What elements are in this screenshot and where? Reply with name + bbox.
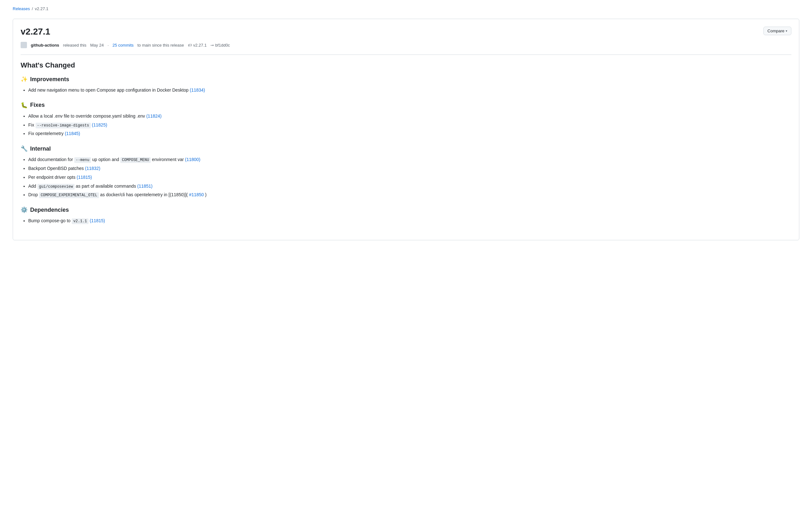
item-link[interactable]: (11834) bbox=[190, 88, 205, 93]
release-date: May 24 bbox=[90, 43, 104, 47]
item-link[interactable]: (11851) bbox=[137, 184, 153, 189]
fixes-list: Allow a local .env file to override comp… bbox=[21, 113, 791, 138]
item-text: Backport OpenBSD patches bbox=[28, 166, 85, 171]
item-text-2: as docker/cli has opentelemetry in [(118… bbox=[100, 192, 188, 197]
compare-button-label: Compare bbox=[768, 28, 784, 33]
releases-link[interactable]: Releases bbox=[13, 6, 30, 11]
item-text: Add bbox=[28, 184, 37, 189]
item-link[interactable]: (11832) bbox=[85, 166, 100, 171]
whats-changed-title: What's Changed bbox=[21, 61, 791, 69]
release-title: v2.27.1 bbox=[21, 27, 50, 37]
commits-separator: · bbox=[108, 43, 109, 47]
section-improvements: ✨ Improvements Add new navigation menu t… bbox=[21, 76, 791, 94]
commits-link[interactable]: 25 commits bbox=[113, 43, 134, 47]
fixes-icon: 🐛 bbox=[21, 102, 28, 109]
dependencies-label: Dependencies bbox=[30, 207, 69, 213]
item-link[interactable]: (11845) bbox=[65, 131, 80, 136]
dependencies-icon: ⚙️ bbox=[21, 206, 28, 213]
list-item: Allow a local .env file to override comp… bbox=[28, 113, 791, 120]
item-text-3: environment var bbox=[152, 157, 185, 162]
internal-label: Internal bbox=[30, 146, 51, 152]
release-body: What's Changed ✨ Improvements Add new na… bbox=[21, 61, 791, 225]
item-text: Per endpoint driver opts bbox=[28, 175, 77, 180]
item-link[interactable]: (11800) bbox=[185, 157, 200, 162]
compare-button[interactable]: Compare ▾ bbox=[764, 27, 791, 35]
section-improvements-title: ✨ Improvements bbox=[21, 76, 791, 83]
item-link[interactable]: (11815) bbox=[90, 218, 105, 223]
actor-name: github-actions bbox=[31, 43, 60, 47]
internal-icon: 🔧 bbox=[21, 145, 28, 152]
list-item: Backport OpenBSD patches (11832) bbox=[28, 165, 791, 172]
item-link[interactable]: (11824) bbox=[146, 114, 161, 119]
list-item: Drop COMPOSE_EXPERIMENTAL_OTEL as docker… bbox=[28, 191, 791, 199]
section-dependencies-title: ⚙️ Dependencies bbox=[21, 206, 791, 213]
internal-list: Add documentation for --menu up option a… bbox=[21, 156, 791, 199]
commits-suffix: to main since this release bbox=[137, 43, 184, 47]
item-text: Allow a local .env file to override comp… bbox=[28, 114, 146, 119]
commit-icon: ⊸ bbox=[210, 43, 214, 47]
item-text: Fix bbox=[28, 122, 35, 128]
tag-meta: 🏷 v2.27.1 bbox=[188, 43, 207, 47]
commit-meta: ⊸ bf1dd0c bbox=[210, 43, 230, 47]
fixes-label: Fixes bbox=[30, 102, 45, 109]
compare-dropdown-arrow-icon: ▾ bbox=[786, 29, 787, 33]
item-text: Fix opentelemetry bbox=[28, 131, 65, 136]
item-text-3: ) bbox=[205, 192, 207, 197]
dependencies-list: Bump compose-go to v2.1.1 (11815) bbox=[21, 217, 791, 225]
section-internal-title: 🔧 Internal bbox=[21, 145, 791, 152]
improvements-icon: ✨ bbox=[21, 76, 28, 83]
section-divider bbox=[21, 54, 791, 55]
item-code: COMPOSE_EXPERIMENTAL_OTEL bbox=[39, 192, 99, 198]
item-code-2: COMPOSE_MENU bbox=[120, 157, 151, 163]
avatar bbox=[21, 42, 27, 48]
item-text: Add documentation for bbox=[28, 157, 74, 162]
release-header: v2.27.1 Compare ▾ bbox=[21, 27, 791, 37]
item-code: --resolve-image-digests bbox=[35, 123, 91, 128]
list-item: Add gui/composeview as part of available… bbox=[28, 183, 791, 190]
commit-value: bf1dd0c bbox=[215, 43, 230, 47]
release-meta: github-actions released this May 24 · 25… bbox=[21, 42, 791, 48]
tag-icon: 🏷 bbox=[188, 43, 192, 47]
section-internal: 🔧 Internal Add documentation for --menu … bbox=[21, 145, 791, 199]
list-item: Add documentation for --menu up option a… bbox=[28, 156, 791, 164]
item-text: Drop bbox=[28, 192, 39, 197]
tag-value: v2.27.1 bbox=[193, 43, 207, 47]
list-item: Add new navigation menu to open Compose … bbox=[28, 87, 791, 94]
section-dependencies: ⚙️ Dependencies Bump compose-go to v2.1.… bbox=[21, 206, 791, 225]
release-action: released this bbox=[63, 43, 87, 47]
item-text: Add new navigation menu to open Compose … bbox=[28, 88, 190, 93]
item-link[interactable]: (11815) bbox=[77, 175, 92, 180]
item-link[interactable]: #11850 bbox=[189, 192, 204, 197]
list-item: Fix opentelemetry (11845) bbox=[28, 130, 791, 138]
breadcrumb-separator: / bbox=[32, 6, 33, 11]
breadcrumb: Releases / v2.27.1 bbox=[13, 6, 799, 11]
item-text: Bump compose-go to bbox=[28, 218, 72, 223]
list-item: Per endpoint driver opts (11815) bbox=[28, 174, 791, 181]
improvements-list: Add new navigation menu to open Compose … bbox=[21, 87, 791, 94]
item-link[interactable]: (11825) bbox=[92, 122, 107, 128]
item-text-2: as part of available commands bbox=[76, 184, 137, 189]
section-fixes-title: 🐛 Fixes bbox=[21, 102, 791, 109]
breadcrumb-current: v2.27.1 bbox=[35, 6, 48, 11]
list-item: Fix --resolve-image-digests (11825) bbox=[28, 122, 791, 129]
item-code: gui/composeview bbox=[37, 184, 75, 190]
list-item: Bump compose-go to v2.1.1 (11815) bbox=[28, 217, 791, 225]
improvements-label: Improvements bbox=[30, 76, 69, 83]
item-code: v2.1.1 bbox=[72, 218, 89, 224]
item-code: --menu bbox=[74, 157, 91, 163]
item-text-2: up option and bbox=[92, 157, 120, 162]
section-fixes: 🐛 Fixes Allow a local .env file to overr… bbox=[21, 102, 791, 138]
release-card: v2.27.1 Compare ▾ github-actions release… bbox=[13, 19, 799, 240]
